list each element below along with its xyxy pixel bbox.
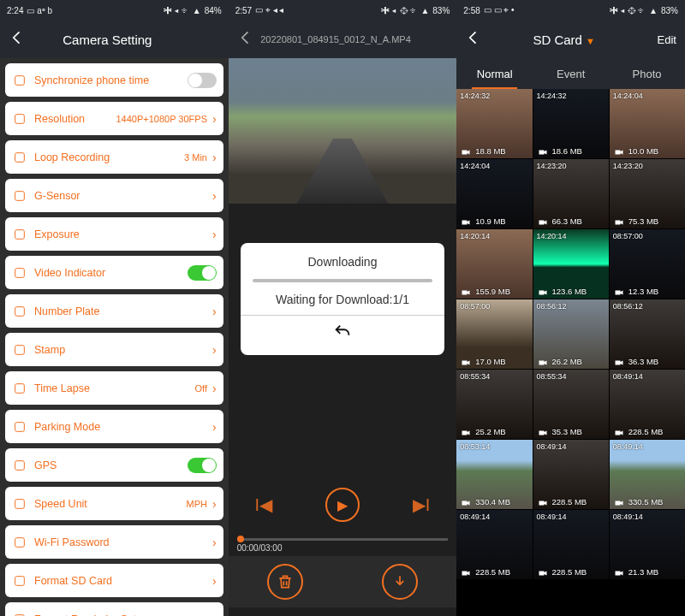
video-thumb[interactable]: 14:24:3218.8 MB [456, 89, 532, 158]
video-thumb[interactable]: 08:53:14330.4 MB [456, 440, 532, 509]
video-grid[interactable]: 14:24:3218.8 MB14:24:3218.6 MB14:24:0410… [456, 89, 685, 616]
gallery-title[interactable]: SD Card▼ [485, 33, 642, 47]
thumb-size: 228.5 MB [475, 567, 510, 577]
video-thumb[interactable]: 14:20:14123.6 MB [533, 229, 609, 299]
dialog-cancel-button[interactable] [253, 323, 433, 346]
setting-loop-recording[interactable]: Loop Recording3 Min› [5, 140, 223, 174]
next-button[interactable]: ▶I [413, 495, 431, 515]
thumb-timestamp: 14:24:04 [613, 92, 643, 100]
video-icon [613, 286, 625, 296]
thumb-timestamp: 08:57:00 [460, 302, 490, 311]
svg-rect-2 [15, 152, 25, 162]
loop-icon [12, 150, 27, 165]
download-button[interactable] [382, 564, 418, 600]
video-icon [460, 286, 472, 296]
video-icon [460, 496, 472, 506]
setting-wi-fi-password[interactable]: Wi-Fi Password› [5, 525, 223, 559]
seek-bar[interactable] [237, 538, 449, 541]
video-thumb[interactable]: 08:49:14228.5 MB [533, 510, 609, 579]
thumb-size: 10.9 MB [475, 216, 505, 226]
tab-normal[interactable]: Normal [456, 58, 533, 89]
thumb-size: 123.6 MB [552, 287, 587, 296]
video-thumb[interactable]: 08:57:0017.0 MB [456, 299, 532, 369]
setting-number-plate[interactable]: Number Plate› [5, 294, 223, 328]
setting-exposure[interactable]: Exposure› [5, 217, 223, 251]
video-thumb[interactable]: 14:20:14155.9 MB [456, 229, 532, 299]
setting-format-reminder-setup[interactable]: Format Reminder Setup1 Month› [5, 602, 223, 616]
thumb-size: 35.3 MB [552, 427, 582, 436]
toggle[interactable] [188, 73, 217, 88]
setting-label: Stamp [34, 344, 212, 356]
play-button[interactable]: ▶ [325, 488, 360, 522]
status-right-icons: ✱ ◀ ᯤ ▲ [164, 6, 200, 15]
setting-label: Wi-Fi Password [34, 536, 212, 548]
video-thumb[interactable]: 14:24:0410.0 MB [610, 89, 685, 158]
video-thumb[interactable]: 08:55:3435.3 MB [533, 370, 609, 439]
status-right-icons: ✱ ◀ ⌖ ᯤ ▲ [610, 6, 658, 15]
video-thumb[interactable]: 08:49:14228.5 MB [533, 440, 609, 509]
thumb-timestamp: 08:49:14 [613, 372, 643, 381]
tab-event[interactable]: Event [533, 58, 609, 89]
setting-g-sensor[interactable]: G-Sensor› [5, 179, 223, 212]
wifi-icon [12, 535, 27, 550]
setting-format-sd-card[interactable]: Format SD Card› [5, 564, 223, 597]
video-thumb[interactable]: 08:56:1226.2 MB [533, 299, 609, 369]
reminder-icon [12, 612, 27, 617]
settings-list[interactable]: Synchronize phone timeResolution1440P+10… [0, 58, 229, 616]
video-icon [537, 496, 549, 506]
status-time: 2:58 [463, 6, 480, 15]
setting-time-lapse[interactable]: Time LapseOff› [5, 371, 223, 405]
thumb-timestamp: 14:20:14 [460, 232, 490, 240]
exposure-icon [12, 227, 27, 242]
thumb-size: 10.0 MB [628, 146, 658, 156]
back-button[interactable] [237, 29, 258, 50]
setting-value: MPH [187, 499, 207, 509]
video-thumb[interactable]: 14:23:2066.3 MB [533, 159, 609, 228]
bottom-toolbar [229, 556, 457, 607]
video-ind-icon [12, 265, 27, 281]
svg-rect-11 [15, 499, 25, 508]
gsensor-icon [12, 188, 27, 204]
setting-value: 3 Min [184, 152, 207, 163]
tab-photo[interactable]: Photo [609, 58, 685, 89]
setting-stamp[interactable]: Stamp› [5, 333, 223, 366]
video-thumb[interactable]: 08:49:14228.5 MB [610, 370, 685, 439]
setting-parking-mode[interactable]: Parking Mode› [5, 410, 223, 443]
video-filename: 20220801_084915_0012_N_A.MP4 [258, 34, 414, 44]
toggle[interactable] [188, 265, 217, 281]
video-thumb[interactable]: 08:49:14228.5 MB [456, 510, 532, 579]
prev-button[interactable]: I◀ [255, 495, 273, 515]
video-thumb[interactable]: 08:57:0012.3 MB [610, 229, 685, 299]
chevron-right-icon: › [212, 574, 217, 588]
setting-resolution[interactable]: Resolution1440P+1080P 30FPS› [5, 102, 223, 135]
player-body: Downloading Waiting for Download:1/1 I◀ … [229, 204, 457, 616]
setting-label: Format SD Card [34, 575, 212, 587]
video-thumb[interactable]: 08:49:1421.3 MB [610, 510, 685, 579]
video-thumb[interactable]: 08:56:1236.3 MB [610, 299, 685, 369]
video-thumb[interactable]: 08:55:3425.2 MB [456, 370, 532, 439]
back-button[interactable] [465, 29, 485, 50]
status-left-icons: ▭ aᵒ b [27, 6, 52, 15]
video-thumb[interactable]: 14:23:2075.3 MB [610, 159, 685, 228]
chevron-right-icon: › [212, 536, 217, 549]
chevron-right-icon: › [212, 151, 217, 164]
thumb-size: 18.6 MB [552, 146, 582, 156]
thumb-size: 155.9 MB [475, 287, 510, 296]
back-button[interactable] [9, 29, 29, 50]
setting-video-indicator[interactable]: Video Indicator [5, 256, 223, 289]
thumb-size: 228.5 MB [628, 427, 664, 436]
thumb-timestamp: 08:55:34 [537, 372, 567, 381]
toggle[interactable] [188, 458, 217, 473]
video-thumb[interactable]: 14:24:3218.6 MB [533, 89, 609, 158]
video-preview[interactable] [229, 58, 457, 204]
video-icon [537, 356, 549, 366]
video-thumb[interactable]: 14:24:0410.9 MB [456, 159, 532, 228]
thumb-timestamp: 14:20:14 [537, 232, 567, 240]
edit-button[interactable]: Edit [642, 33, 676, 46]
delete-button[interactable] [267, 564, 303, 600]
setting-gps[interactable]: GPS [5, 448, 223, 482]
svg-rect-0 [15, 75, 25, 85]
setting-speed-unit[interactable]: Speed UnitMPH› [5, 487, 223, 520]
setting-synchronize-phone-time[interactable]: Synchronize phone time [5, 63, 223, 97]
video-thumb[interactable]: 08:49:14330.5 MB [610, 440, 685, 509]
